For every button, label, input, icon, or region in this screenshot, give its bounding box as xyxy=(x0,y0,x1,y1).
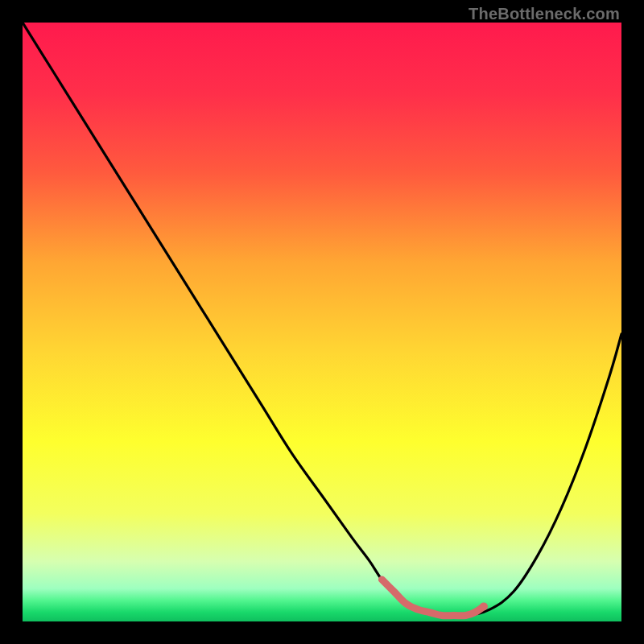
optimal-end-marker xyxy=(480,602,488,610)
chart-container: TheBottleneck.com xyxy=(0,0,644,644)
chart-svg xyxy=(23,23,621,621)
bottleneck-curve xyxy=(23,23,621,617)
watermark-text: TheBottleneck.com xyxy=(469,5,620,23)
plot-area xyxy=(23,23,621,621)
optimal-range-highlight xyxy=(382,580,483,616)
